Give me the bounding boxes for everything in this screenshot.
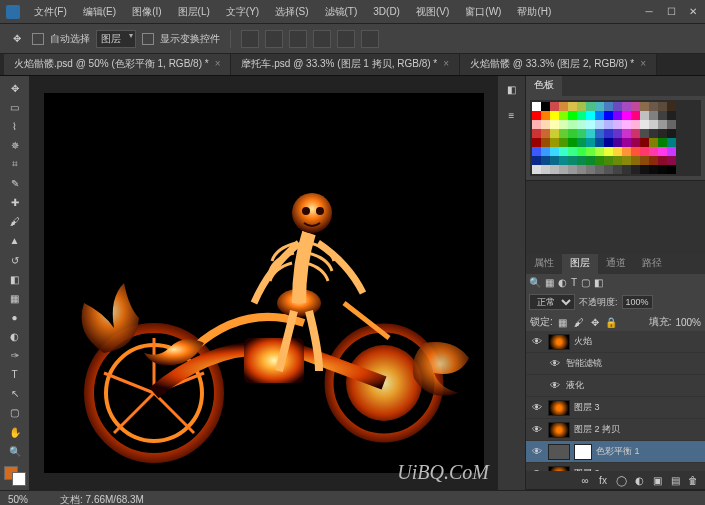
lock-position-icon[interactable]: ✥ (589, 316, 601, 328)
swatch[interactable] (532, 120, 541, 129)
swatch[interactable] (667, 138, 676, 147)
type-tool-icon[interactable]: T (4, 367, 26, 383)
opacity-field[interactable]: 100% (622, 295, 653, 309)
swatch[interactable] (559, 102, 568, 111)
new-group-icon[interactable]: ▣ (649, 473, 665, 487)
swatch[interactable] (658, 120, 667, 129)
layer-row[interactable]: 👁液化 (526, 375, 705, 397)
close-tab-icon[interactable]: × (443, 58, 449, 69)
swatch[interactable] (541, 102, 550, 111)
link-layers-icon[interactable]: ∞ (577, 473, 593, 487)
close-tab-icon[interactable]: × (640, 58, 646, 69)
layer-visibility-icon[interactable]: 👁 (530, 424, 544, 435)
swatch[interactable] (631, 147, 640, 156)
adjustment-layer-icon[interactable]: ◐ (631, 473, 647, 487)
swatch[interactable] (586, 138, 595, 147)
swatch[interactable] (622, 120, 631, 129)
swatch[interactable] (559, 129, 568, 138)
fill-field[interactable]: 100% (675, 317, 701, 328)
swatch[interactable] (640, 156, 649, 165)
menu-item[interactable]: 文字(Y) (220, 3, 265, 21)
swatch[interactable] (577, 147, 586, 156)
swatch[interactable] (649, 102, 658, 111)
swatch[interactable] (532, 138, 541, 147)
swatch[interactable] (568, 156, 577, 165)
swatch[interactable] (658, 138, 667, 147)
layer-filter-icon[interactable]: 🔍 (529, 277, 541, 288)
swatch[interactable] (550, 120, 559, 129)
swatch[interactable] (532, 165, 541, 174)
swatch[interactable] (649, 147, 658, 156)
swatch[interactable] (640, 147, 649, 156)
swatch[interactable] (613, 102, 622, 111)
swatch[interactable] (613, 165, 622, 174)
channels-tab[interactable]: 通道 (598, 254, 634, 274)
swatch[interactable] (532, 129, 541, 138)
layer-mask-icon[interactable]: ◯ (613, 473, 629, 487)
swatch[interactable] (559, 111, 568, 120)
swatch[interactable] (595, 111, 604, 120)
swatch[interactable] (667, 102, 676, 111)
filter-smart-icon[interactable]: ◧ (594, 277, 603, 288)
layer-row[interactable]: 👁色彩平衡 1 (526, 441, 705, 463)
menu-item[interactable]: 滤镜(T) (319, 3, 364, 21)
menu-item[interactable]: 3D(D) (367, 4, 406, 19)
swatch[interactable] (649, 129, 658, 138)
align-right-icon[interactable] (289, 30, 307, 48)
filter-adjust-icon[interactable]: ◐ (558, 277, 567, 288)
swatch[interactable] (568, 129, 577, 138)
marquee-tool-icon[interactable]: ▭ (4, 99, 26, 115)
menu-item[interactable]: 编辑(E) (77, 3, 122, 21)
menu-item[interactable]: 帮助(H) (511, 3, 557, 21)
eraser-tool-icon[interactable]: ◧ (4, 271, 26, 287)
swatch[interactable] (631, 111, 640, 120)
lasso-tool-icon[interactable]: ⌇ (4, 118, 26, 134)
healing-brush-tool-icon[interactable]: ✚ (4, 195, 26, 211)
swatch[interactable] (532, 102, 541, 111)
swatch[interactable] (622, 156, 631, 165)
swatch[interactable] (622, 111, 631, 120)
swatch[interactable] (622, 129, 631, 138)
layer-name[interactable]: 智能滤镜 (566, 357, 602, 370)
filter-pixel-icon[interactable]: ▦ (545, 277, 554, 288)
swatch[interactable] (541, 129, 550, 138)
swatch[interactable] (586, 111, 595, 120)
swatch[interactable] (541, 120, 550, 129)
window-close-icon[interactable]: ✕ (687, 6, 699, 17)
layer-name[interactable]: 图层 3 (574, 401, 600, 414)
swatch[interactable] (577, 102, 586, 111)
close-tab-icon[interactable]: × (215, 58, 221, 69)
auto-select-mode-dropdown[interactable]: 图层 (96, 30, 136, 48)
swatch[interactable] (577, 120, 586, 129)
swatch[interactable] (640, 165, 649, 174)
swatch[interactable] (640, 129, 649, 138)
align-top-icon[interactable] (313, 30, 331, 48)
layer-visibility-icon[interactable]: 👁 (530, 446, 544, 457)
swatch[interactable] (586, 102, 595, 111)
layer-visibility-icon[interactable]: 👁 (530, 468, 544, 471)
swatch[interactable] (541, 165, 550, 174)
swatch[interactable] (559, 156, 568, 165)
shape-tool-icon[interactable]: ▢ (4, 405, 26, 421)
swatch[interactable] (613, 129, 622, 138)
swatch[interactable] (550, 147, 559, 156)
layer-row[interactable]: 👁图层 3 (526, 397, 705, 419)
swatch[interactable] (595, 102, 604, 111)
swatch[interactable] (658, 129, 667, 138)
layers-tab[interactable]: 图层 (562, 254, 598, 274)
swatch[interactable] (586, 120, 595, 129)
align-bottom-icon[interactable] (361, 30, 379, 48)
move-tool-icon[interactable]: ✥ (4, 80, 26, 96)
align-center-icon[interactable] (265, 30, 283, 48)
zoom-level[interactable]: 50% (8, 494, 48, 505)
swatch[interactable] (577, 129, 586, 138)
filter-shape-icon[interactable]: ▢ (581, 277, 590, 288)
swatch[interactable] (586, 156, 595, 165)
swatch[interactable] (658, 111, 667, 120)
swatch[interactable] (550, 102, 559, 111)
paths-tab[interactable]: 路径 (634, 254, 670, 274)
swatch[interactable] (667, 156, 676, 165)
swatch[interactable] (658, 156, 667, 165)
swatch[interactable] (640, 111, 649, 120)
lock-all-icon[interactable]: 🔒 (605, 316, 617, 328)
